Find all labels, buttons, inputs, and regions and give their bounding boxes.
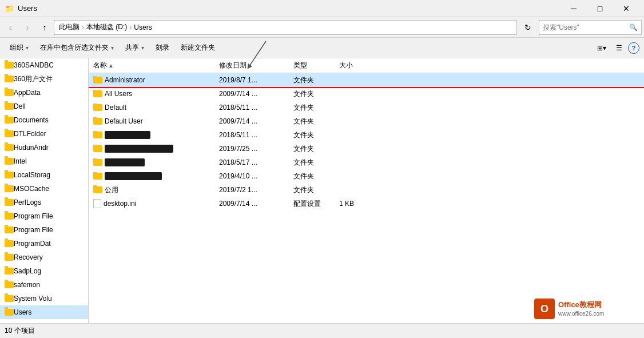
item-count: 10 个项目 [5,326,35,336]
sidebar-item-programfile[interactable]: Program File [0,209,88,223]
file-name-label [105,131,150,140]
organize-arrow-icon: ▾ [26,45,29,51]
folder-icon [5,199,14,206]
new-folder-button[interactable]: 新建文件夹 [176,40,220,56]
file-name-cell: 公用 [91,185,217,195]
file-name-label [105,158,145,167]
sidebar-item-dtlfolder[interactable]: DTLFolder [0,127,88,141]
right-panel: 名称 ▲ 修改日期 类型 大小 Administrator2019/8/7 1.… [89,58,644,323]
table-row[interactable]: 2019/4/10 ...文件夹 [89,169,644,183]
sidebar-item-360用户文件[interactable]: 360用户文件 [0,72,88,86]
folder-icon [93,186,102,193]
breadcrumb-current[interactable]: Users [134,23,152,31]
forward-button[interactable]: › [19,19,35,35]
folder-icon [5,281,14,288]
col-header-size[interactable]: 大小 [337,61,383,70]
back-button[interactable]: ‹ [2,19,18,35]
sidebar-item-360sandbc[interactable]: 360SANDBC [0,58,88,72]
sidebar-item-appdata[interactable]: AppData [0,86,88,100]
file-size-cell: 1 KB [337,200,383,208]
navigation-bar: ‹ › ↑ 此电脑 › 本地磁盘 (D:) › Users ↻ 🔍 [0,17,644,38]
file-name-label: Administrator [105,76,145,84]
address-bar[interactable]: 此电脑 › 本地磁盘 (D:) › Users [54,20,517,35]
sidebar-item-intel[interactable]: Intel [0,154,88,168]
folder-icon [93,173,102,180]
file-list: Administrator2019/8/7 1...文件夹All Users20… [89,73,644,210]
sidebar-item-dell[interactable]: Dell [0,100,88,113]
file-date-cell: 2019/4/10 ... [217,172,291,180]
sidebar-item-msocache[interactable]: MSOCache [0,182,88,196]
file-date-cell: 2009/7/14 ... [217,117,291,125]
folder-icon [93,145,102,152]
table-row[interactable]: All Users2009/7/14 ...文件夹 [89,87,644,101]
refresh-button[interactable]: ↻ [520,20,535,35]
maximize-button[interactable]: □ [587,0,613,17]
file-name-label: All Users [105,90,132,98]
folder-icon [5,172,14,178]
sidebar-item-label: SadpLog [14,267,41,275]
sort-arrow-name-icon: ▲ [108,62,114,69]
table-row[interactable]: 2018/5/11 ...文件夹 [89,128,644,142]
col-header-name[interactable]: 名称 ▲ [91,61,217,70]
sidebar-item-safemon[interactable]: safemon [0,278,88,292]
sidebar-item-documents[interactable]: Documents [0,113,88,127]
sidebar-item-label: LocalStorag [14,171,50,179]
file-type-cell: 文件夹 [291,75,337,85]
sidebar-item-users[interactable]: Users [0,305,88,319]
col-header-type[interactable]: 类型 [291,61,337,70]
title-bar: 📁 Users ─ □ ✕ [0,0,644,17]
file-date-cell: 2019/8/7 1... [217,76,291,84]
file-type-cell: 文件夹 [291,130,337,140]
watermark-site-name: Office教程网 [558,300,604,310]
up-button[interactable]: ↑ [37,19,53,35]
sidebar-item-label: safemon [14,281,40,289]
close-button[interactable]: ✕ [613,0,639,17]
include-library-button[interactable]: 在库中包含所选文件夹 ▾ [35,40,119,56]
folder-icon [93,132,102,138]
help-button[interactable]: ? [628,42,639,54]
view-pane-button[interactable]: ☰ [611,40,627,56]
breadcrumb-sep-2: › [129,23,132,31]
burn-button[interactable]: 刻录 [150,40,174,56]
breadcrumb-drive[interactable]: 本地磁盘 (D:) [86,22,127,32]
minimize-button[interactable]: ─ [560,0,587,17]
table-row[interactable]: Default2018/5/11 ...文件夹 [89,101,644,114]
table-row[interactable]: Administrator2019/8/7 1...文件夹 [89,73,644,87]
file-date-cell: 2019/7/2 1... [217,186,291,194]
folder-icon [5,130,14,137]
sidebar-item-sadplog[interactable]: SadpLog [0,264,88,278]
watermark-logo: O [534,299,555,319]
sidebar-item-localstorag[interactable]: LocalStorag [0,168,88,182]
share-button[interactable]: 共享 ▾ [120,40,149,56]
file-name-cell: Default [91,104,217,112]
search-bar: 🔍 [539,20,642,35]
file-type-cell: 配置设置 [291,199,337,209]
sidebar-item-perflogs[interactable]: PerfLogs [0,196,88,209]
folder-icon [5,226,14,233]
table-row[interactable]: desktop.ini2009/7/14 ...配置设置1 KB [89,197,644,210]
table-row[interactable]: Default User2009/7/14 ...文件夹 [89,114,644,128]
table-row[interactable]: 2019/7/25 ...文件夹 [89,142,644,156]
file-name-label: 公用 [105,185,118,195]
view-layout-button[interactable]: ⊞▾ [594,40,610,56]
folder-icon [5,240,14,247]
sidebar-item-programdat[interactable]: ProgramDat [0,237,88,250]
file-name-cell: Default User [91,117,217,125]
folder-icon [5,89,14,96]
file-name-label [105,145,173,153]
file-icon [93,199,101,208]
sidebar-item-hudunandr[interactable]: HudunAndr [0,141,88,154]
table-row[interactable]: 公用2019/7/2 1...文件夹 [89,183,644,197]
sidebar-item-systemvolu[interactable]: System Volu [0,292,88,305]
sidebar-item-programfile[interactable]: Program File [0,223,88,237]
organize-button[interactable]: 组织 ▾ [5,40,34,56]
sidebar-item-recovery[interactable]: Recovery [0,250,88,264]
breadcrumb-computer[interactable]: 此电脑 [59,22,79,32]
window-icon: 📁 [5,4,14,13]
col-header-date[interactable]: 修改日期 [217,61,291,70]
file-name-cell: All Users [91,90,217,98]
file-name-label [105,172,162,181]
file-name-label: Default User [105,117,143,125]
table-row[interactable]: 2018/5/17 ...文件夹 [89,156,644,169]
search-input[interactable] [543,23,629,31]
